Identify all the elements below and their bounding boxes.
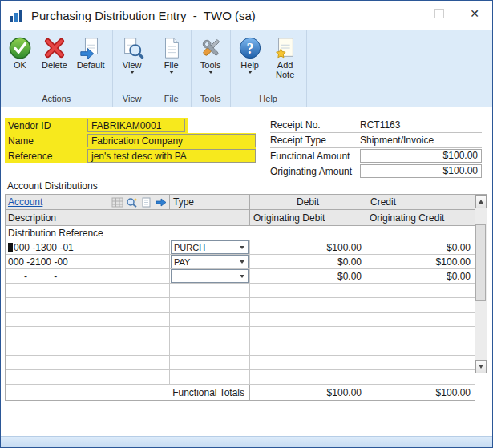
table-row[interactable] — [6, 370, 475, 385]
debit-cell[interactable] — [250, 370, 366, 384]
table-row[interactable] — [6, 298, 475, 313]
debit-cell[interactable] — [250, 341, 366, 355]
account-cell[interactable] — [6, 370, 170, 384]
toolbar-group-file: File File — [152, 30, 192, 107]
account-cell[interactable] — [6, 284, 170, 297]
grid-header-row-1: Account — [6, 195, 475, 210]
debit-cell[interactable] — [250, 284, 366, 297]
add-note-button[interactable]: Add Note — [268, 34, 303, 80]
receipt-type-label: Receipt Type — [270, 135, 360, 146]
grid-scrollbar[interactable] — [475, 194, 487, 373]
functional-amount-label: Functional Amount — [270, 151, 360, 162]
receipt-no-label: Receipt No. — [270, 119, 360, 131]
credit-cell[interactable] — [366, 327, 475, 341]
type-cell[interactable] — [170, 356, 250, 369]
minimize-button[interactable]: — — [386, 1, 422, 26]
account-cell[interactable] — [6, 298, 170, 312]
ok-button[interactable]: OK — [4, 34, 36, 71]
chevron-down-icon[interactable] — [236, 275, 248, 278]
type-cell[interactable] — [170, 284, 250, 297]
type-cell[interactable] — [170, 298, 250, 312]
credit-cell[interactable] — [366, 370, 475, 384]
reference-field[interactable]: jen's test desc with PA — [87, 149, 256, 163]
type-dropdown[interactable] — [171, 269, 249, 283]
table-row[interactable]: 000 -2100 -00 PAY $0.00 $100.00 — [6, 255, 475, 269]
scroll-down-button[interactable] — [475, 360, 487, 373]
delete-button[interactable]: Delete — [38, 34, 71, 71]
maximize-icon — [434, 9, 444, 18]
account-cell[interactable] — [6, 327, 170, 341]
table-row[interactable] — [6, 327, 475, 341]
debit-cell[interactable] — [250, 298, 366, 312]
view-button[interactable]: View — [116, 34, 148, 75]
help-button[interactable]: ? Help — [234, 34, 266, 75]
lookup-icon[interactable] — [126, 197, 138, 208]
status-bar — [1, 436, 492, 447]
totals-credit-value: $100.00 — [366, 385, 475, 400]
account-distributions-heading: Account Distributions — [7, 180, 98, 192]
originating-amount-row: Originating Amount $100.00 — [270, 163, 482, 179]
toolbar-group-label-tools: Tools — [195, 91, 227, 107]
note-icon[interactable] — [140, 197, 152, 208]
type-cell[interactable] — [170, 370, 250, 384]
account-cell[interactable] — [6, 313, 170, 326]
close-button[interactable]: ✕ — [457, 1, 492, 26]
table-row[interactable] — [6, 341, 475, 356]
receipt-no-row: Receipt No. RCT1163 — [270, 118, 482, 133]
debit-cell[interactable] — [250, 313, 366, 326]
scroll-up-button[interactable] — [475, 195, 487, 208]
vendor-name-field[interactable]: Fabrication Company — [87, 134, 256, 147]
account-cell[interactable] — [6, 356, 170, 369]
file-button[interactable]: File — [156, 34, 188, 75]
debit-cell[interactable]: $100.00 — [250, 240, 366, 254]
scrollbar-track[interactable] — [475, 208, 487, 360]
account-header-link[interactable]: Account — [8, 196, 42, 208]
debit-cell[interactable] — [250, 356, 366, 369]
grid-expand-icon[interactable] — [111, 197, 123, 208]
credit-cell[interactable] — [366, 298, 475, 312]
arrow-down-icon — [479, 365, 483, 369]
vendor-id-field[interactable]: FABRIKAM0001 — [87, 119, 185, 132]
credit-cell[interactable]: $0.00 — [366, 240, 475, 254]
account-cell[interactable]: 000 -1300 -01 — [6, 240, 170, 254]
type-cell[interactable]: PURCH — [170, 240, 250, 254]
scrollbar-thumb[interactable] — [475, 224, 486, 301]
credit-cell[interactable]: $100.00 — [366, 255, 475, 268]
type-dropdown[interactable]: PURCH — [171, 240, 249, 254]
originating-debit-header-cell: Originating Debit — [250, 210, 366, 225]
vendor-id-row: Vendor ID FABRIKAM0001 — [5, 118, 188, 133]
show-details-icon[interactable] — [155, 197, 167, 208]
arrow-up-icon — [479, 200, 483, 204]
account-cell[interactable]: 000 -2100 -00 — [6, 255, 170, 268]
table-row[interactable]: - - $0.00 $0.00 — [6, 269, 475, 284]
table-row[interactable] — [6, 284, 475, 298]
credit-cell[interactable]: $0.00 — [366, 269, 475, 283]
chevron-down-icon[interactable] — [236, 260, 248, 264]
debit-cell[interactable]: $0.00 — [250, 255, 366, 268]
table-row[interactable] — [6, 356, 475, 370]
account-cell[interactable] — [6, 341, 170, 355]
chevron-down-icon[interactable] — [236, 246, 248, 249]
type-dropdown[interactable]: PAY — [171, 255, 249, 268]
default-button[interactable]: Default — [73, 34, 109, 71]
type-cell[interactable] — [170, 313, 250, 326]
receipt-type-row: Receipt Type Shipment/Invoice — [270, 133, 482, 148]
debit-cell[interactable] — [250, 327, 366, 341]
credit-cell[interactable] — [366, 341, 475, 355]
vendor-fields-block: Vendor ID FABRIKAM0001 Name Fabrication … — [5, 118, 256, 163]
text-cursor-icon — [8, 243, 13, 252]
type-cell[interactable] — [170, 341, 250, 355]
type-cell[interactable] — [170, 327, 250, 341]
functional-amount-row: Functional Amount $100.00 — [270, 148, 482, 163]
account-cell[interactable]: - - — [6, 269, 170, 283]
toolbar-group-tools: Tools Tools — [192, 30, 231, 107]
credit-cell[interactable] — [366, 313, 475, 326]
credit-cell[interactable] — [366, 284, 475, 297]
table-row[interactable] — [6, 313, 475, 327]
tools-button[interactable]: Tools — [195, 34, 227, 75]
type-cell[interactable]: PAY — [170, 255, 250, 268]
table-row[interactable]: 000 -1300 -01 PURCH $100.00 $0.00 — [6, 240, 475, 255]
type-cell[interactable] — [170, 269, 250, 283]
debit-cell[interactable]: $0.00 — [250, 269, 366, 283]
credit-cell[interactable] — [366, 356, 475, 369]
